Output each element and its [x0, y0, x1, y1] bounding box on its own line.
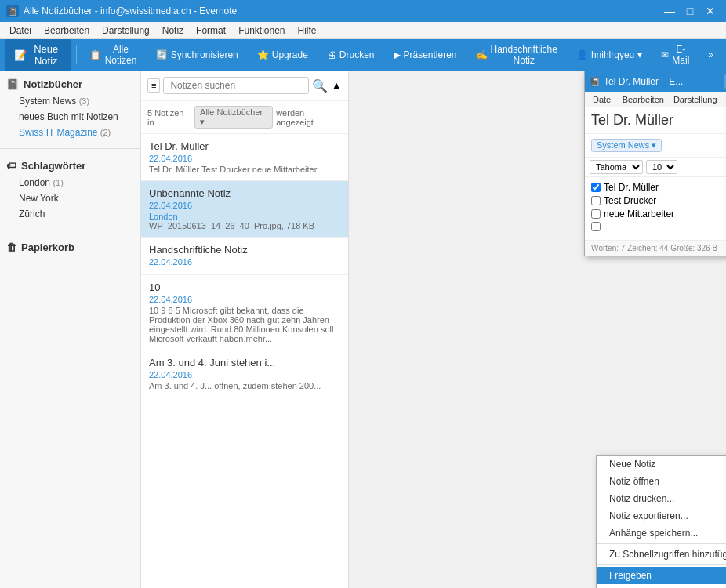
- note-item-3[interactable]: 10 22.04.2016 10 9 8 5 Microsoft gibt be…: [141, 275, 348, 350]
- present-button[interactable]: ▶ Präsentieren: [386, 46, 465, 64]
- ctx-item-notiz-drucken[interactable]: Notiz drucken... Strg+P: [597, 490, 726, 507]
- floating-note-body-area: Tel Dr. Müller Test Drucker neue Mittarb…: [585, 177, 726, 240]
- floating-note-tags: System News ▾ ≫ A: [585, 134, 726, 158]
- note-title-0: Tel Dr. Müller: [149, 140, 340, 152]
- email-icon: ✉: [661, 49, 669, 60]
- checkbox-item-2: neue Mittarbeiter: [591, 209, 726, 220]
- checkbox-label-1: Test Drucker: [604, 195, 656, 206]
- ctx-divider-1: [597, 543, 726, 544]
- keywords-icon: 🏷: [6, 160, 16, 172]
- floating-note-body: Tel Dr. Müller Test Drucker neue Mittarb…: [585, 177, 726, 240]
- print-button[interactable]: 🖨 Drucken: [319, 46, 383, 64]
- sidebar-item-zurich[interactable]: Zürich: [0, 206, 140, 222]
- checkbox-item-3: [591, 222, 726, 231]
- menu-funktionen[interactable]: Funktionen: [232, 24, 291, 38]
- title-bar: 📓 Alle Notizbücher - info@swissitmedia.c…: [0, 0, 726, 22]
- handwriting-button[interactable]: ✍ Handschriftliche Notiz: [468, 41, 565, 69]
- sidebar-item-swiss-it[interactable]: Swiss IT Magazine (2): [0, 125, 140, 140]
- sidebar-divider-1: [0, 148, 140, 149]
- note-date-3: 22.04.2016: [149, 295, 340, 304]
- all-notes-button[interactable]: 📋 Alle Notizen: [82, 41, 145, 69]
- user-icon: 👤: [576, 49, 588, 60]
- note-preview-0: Tel Dr. Müller Test Drucker neue Mittarb…: [149, 165, 340, 174]
- ctx-divider-2: [597, 564, 726, 565]
- floating-note-icon: 📓: [590, 77, 601, 87]
- menu-format[interactable]: Format: [190, 24, 232, 38]
- ctx-item-anhaenge-speichern[interactable]: Anhänge speichern...: [597, 524, 726, 542]
- note-item-0[interactable]: Tel Dr. Müller 22.04.2016 Tel Dr. Müller…: [141, 134, 348, 181]
- sync-icon: 🔄: [156, 49, 168, 60]
- sidebar-item-new-book[interactable]: neues Buch mit Notizen: [0, 109, 140, 125]
- new-note-icon: 📝: [14, 49, 27, 61]
- note-preview-4: Am 3. und 4. J... offnen, zudem stehen 2…: [149, 381, 340, 390]
- trash-icon: 🗑: [6, 241, 16, 253]
- note-date-2: 22.04.2016: [149, 257, 340, 267]
- checkbox-3[interactable]: [591, 222, 601, 231]
- note-title-2: Handschriftliche Notiz: [149, 244, 340, 256]
- note-item-1[interactable]: Unbenannte Notiz 22.04.2016 London WP_20…: [141, 181, 348, 238]
- present-icon: ▶: [394, 49, 401, 60]
- ctx-item-freigeben[interactable]: Freigeben ▶: [597, 567, 726, 584]
- view-toggle-button[interactable]: ≡: [147, 78, 160, 93]
- floating-note-window: 📓 Tel Dr. Müller – E... — □ ✕ Datei Bear…: [584, 71, 726, 256]
- note-title-1: Unbenannte Notiz: [149, 187, 340, 199]
- close-button[interactable]: ✕: [701, 3, 720, 19]
- menu-datei[interactable]: Datei: [3, 24, 38, 38]
- print-icon: 🖨: [327, 49, 336, 60]
- sidebar-item-london[interactable]: London (1): [0, 175, 140, 191]
- note-list-info: 5 Notizen in Alle Notizbücher ▾ werden a…: [141, 101, 348, 134]
- tag-badge-system-news[interactable]: System News ▾: [591, 139, 662, 152]
- keywords-header: 🏷 Schlagwörter: [0, 157, 140, 175]
- note-list-panel: ≡ 🔍 ▲ 5 Notizen in Alle Notizbücher ▾ we…: [141, 71, 349, 588]
- notebook-filter-badge[interactable]: Alle Notizbücher ▾: [194, 106, 273, 129]
- font-size-select[interactable]: 10: [646, 160, 677, 174]
- menu-notiz[interactable]: Notiz: [156, 24, 190, 38]
- maximize-button[interactable]: □: [681, 3, 699, 19]
- float-menu-datei[interactable]: Datei: [588, 94, 618, 105]
- upgrade-button[interactable]: ⭐ Upgrade: [249, 46, 316, 64]
- ctx-item-neue-notiz[interactable]: Neue Notiz Strg+N: [597, 456, 726, 473]
- floating-note-menu: Datei Bearbeiten Darstellung Notiz: [585, 92, 726, 107]
- floating-note-footer: Wörten: 7 Zeichen: 44 Größe: 326 B: [585, 240, 726, 256]
- sync-button[interactable]: 🔄 Synchronisieren: [148, 46, 246, 64]
- note-item-4[interactable]: Am 3. und 4. Juni stehen i... 22.04.2016…: [141, 350, 348, 397]
- search-input[interactable]: [170, 80, 302, 91]
- menu-bearbeiten[interactable]: Bearbeiten: [38, 24, 96, 38]
- note-preview-1: London: [149, 212, 340, 221]
- sidebar-item-system-news[interactable]: System News (3): [0, 93, 140, 109]
- note-attachment-1: WP_20150613_14_26_40_Pro.jpg, 718 KB: [149, 221, 340, 230]
- sidebar-divider-2: [0, 230, 140, 230]
- email-button[interactable]: ✉ E-Mail: [653, 41, 697, 69]
- new-note-button[interactable]: 📝 Neue Notiz: [5, 39, 71, 71]
- trash-header[interactable]: 🗑 Papierkorb: [0, 238, 140, 256]
- sidebar-toggle-button[interactable]: ▲: [331, 79, 342, 92]
- more-button[interactable]: »: [700, 46, 721, 64]
- checkbox-1[interactable]: [591, 196, 601, 205]
- search-button[interactable]: 🔍: [312, 78, 328, 93]
- user-button[interactable]: 👤 hnihlrqyeu ▾: [568, 46, 650, 64]
- keywords-section: 🏷 Schlagwörter London (1) New York Züric…: [0, 152, 140, 227]
- checkbox-2[interactable]: [591, 209, 601, 219]
- sidebar-item-new-york[interactable]: New York: [0, 191, 140, 206]
- note-date-1: 22.04.2016: [149, 201, 340, 210]
- minimize-button[interactable]: —: [660, 3, 679, 19]
- upgrade-icon: ⭐: [257, 49, 269, 60]
- float-menu-bearbeiten[interactable]: Bearbeiten: [618, 94, 669, 105]
- checkbox-0[interactable]: [591, 183, 601, 192]
- floating-note-title-area: Tel Dr. Müller ℹ Info ▾: [585, 107, 726, 134]
- sidebar: 📓 Notizbücher System News (3) neues Buch…: [0, 71, 141, 588]
- handwriting-icon: ✍: [476, 49, 488, 60]
- ctx-item-evernote-link[interactable]: Evernote-Link der Notiz kopieren: [597, 584, 726, 588]
- ctx-item-notiz-offnen[interactable]: Notiz öffnen Strg+Enter: [597, 473, 726, 490]
- trash-section: 🗑 Papierkorb: [0, 234, 140, 261]
- float-menu-darstellung[interactable]: Darstellung: [669, 94, 722, 105]
- note-item-2[interactable]: Handschriftliche Notiz 22.04.2016: [141, 238, 348, 275]
- menu-hilfe[interactable]: Hilfe: [292, 24, 323, 38]
- font-select[interactable]: Tahoma: [590, 160, 643, 174]
- menu-darstellung[interactable]: Darstellung: [96, 24, 156, 38]
- float-menu-notiz[interactable]: Notiz: [722, 94, 726, 105]
- ctx-item-schnellzugriff[interactable]: Zu Schnellzugriffen hinzufügen: [597, 546, 726, 563]
- search-box: [163, 77, 309, 94]
- ctx-item-notiz-exportieren[interactable]: Notiz exportieren...: [597, 507, 726, 524]
- notebooks-section: 📓 Notizbücher System News (3) neues Buch…: [0, 71, 140, 145]
